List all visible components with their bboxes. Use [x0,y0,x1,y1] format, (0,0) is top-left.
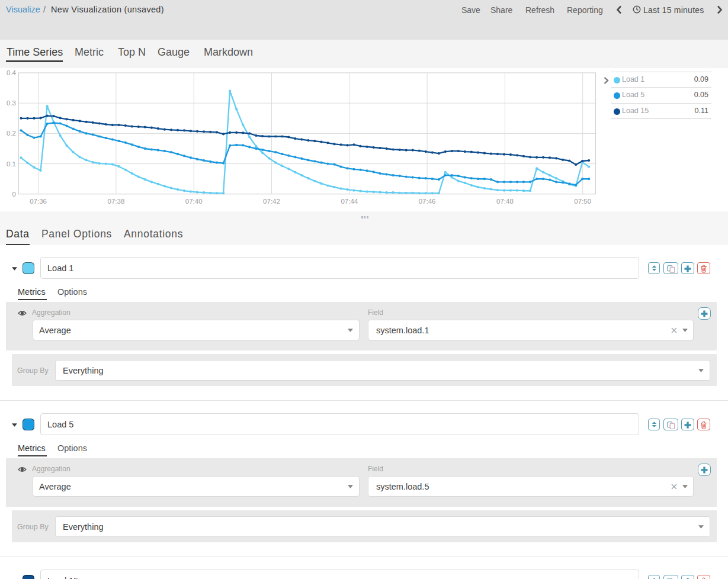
svg-text:0.4: 0.4 [7,69,17,76]
svg-text:0: 0 [12,191,16,198]
svg-text:07:46: 07:46 [419,198,436,205]
svg-text:0.3: 0.3 [7,99,16,107]
svg-text:07:42: 07:42 [263,198,280,205]
svg-text:07:44: 07:44 [341,198,358,205]
svg-text:0.2: 0.2 [7,130,16,137]
svg-text:07:40: 07:40 [185,198,203,205]
svg-text:07:50: 07:50 [574,198,591,205]
svg-text:0.1: 0.1 [7,160,16,168]
svg-text:07:36: 07:36 [30,198,47,205]
svg-text:07:48: 07:48 [496,198,514,205]
svg-text:07:38: 07:38 [108,198,125,205]
